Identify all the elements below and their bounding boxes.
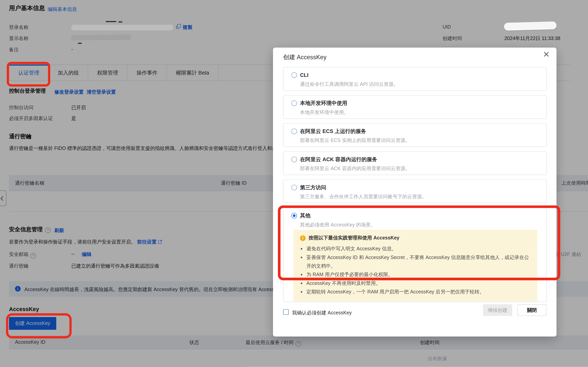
radio-ecs-service[interactable] (291, 129, 297, 134)
option-desc: 部署在阿里云 ACK 容器内的应用需要访问云资源。 (300, 165, 410, 172)
option-desc: 部署在阿里云 ECS 实例上的应用需要访问云资源。 (300, 137, 410, 144)
option-third-party[interactable]: 第三方访问 第三方服务、合作伙伴工作人员需要访问账号下的云资源。 (283, 179, 547, 203)
option-label: 在阿里云 ACK 容器内运行的服务 (300, 156, 377, 163)
option-label: 在阿里云 ECS 上运行的服务 (300, 128, 366, 135)
option-label: 其他 (300, 212, 311, 219)
close-button[interactable]: 關閉 (518, 304, 546, 316)
radio-cli[interactable] (291, 72, 297, 78)
option-ack-service[interactable]: 在阿里云 ACK 容器内运行的服务 部署在阿里云 ACK 容器内的应用需要访问云… (283, 151, 547, 175)
confirm-checkbox[interactable] (283, 309, 289, 315)
continue-create-button[interactable]: 继续创建 (483, 304, 512, 316)
option-other[interactable]: 其他 其他必须使用 AccessKey 的场景。 ! 按照以下最佳实践管理和使用… (283, 208, 547, 302)
option-desc: 本地开发环境中使用。 (300, 109, 349, 116)
option-local-dev[interactable]: 本地开发环境中使用 本地开发环境中使用。 (283, 95, 547, 119)
warning-bullet: AccessKey 不再使用时及时禁用。 (307, 279, 531, 287)
option-desc: 通过命令行工具调用阿里云 API 访问云资源。 (300, 81, 398, 88)
option-label: 本地开发环境中使用 (300, 100, 347, 107)
option-desc: 其他必须使用 AccessKey 的场景。 (300, 222, 376, 228)
radio-local-dev[interactable] (291, 100, 297, 106)
warning-bullet: 定期轮转 AccessKey，一个 RAM 用户启用一把 AccessKey 后… (307, 287, 531, 296)
best-practice-warning: ! 按照以下最佳实践管理和使用 AccessKey 避免在代码中写入明文 Acc… (293, 230, 537, 301)
warning-bullet: 妥善保管 AccessKey ID 和 AccessKey Secret，不要将… (307, 253, 531, 270)
radio-ack-service[interactable] (291, 157, 297, 162)
option-desc: 第三方服务、合作伙伴工作人员需要访问账号下的云资源。 (300, 193, 427, 200)
warning-bullet: 避免在代码中写入明文 AccessKey 信息。 (307, 244, 531, 253)
radio-third-party[interactable] (291, 185, 297, 190)
option-label: CLI (300, 72, 309, 78)
warning-icon: ! (300, 235, 306, 241)
option-cli[interactable]: CLI 通过命令行工具调用阿里云 API 访问云资源。 (283, 67, 547, 91)
dialog-title: 创建 AccessKey (283, 54, 326, 62)
confirm-checkbox-label: 我确认必须创建 AccessKey (292, 309, 352, 316)
radio-other-selected[interactable] (291, 213, 297, 218)
warning-bullet: 为 RAM 用户仅授予必要的最小化权限。 (307, 270, 531, 279)
warning-bullets: 避免在代码中写入明文 AccessKey 信息。 妥善保管 AccessKey … (300, 244, 531, 296)
close-icon[interactable]: ✕ (543, 51, 550, 59)
option-ecs-service[interactable]: 在阿里云 ECS 上运行的服务 部署在阿里云 ECS 实例上的应用需要访问云资源… (283, 123, 547, 147)
option-label: 第三方访问 (300, 184, 326, 191)
page: 用户基本信息 编辑基本信息 登录名称 显示名称 备注 - 複製 UID 创建时间… (0, 0, 588, 367)
create-accesskey-dialog: 创建 AccessKey ✕ CLI 通过命令行工具调用阿里云 API 访问云资… (273, 48, 556, 336)
warning-title: 按照以下最佳实践管理和使用 AccessKey (309, 234, 399, 241)
